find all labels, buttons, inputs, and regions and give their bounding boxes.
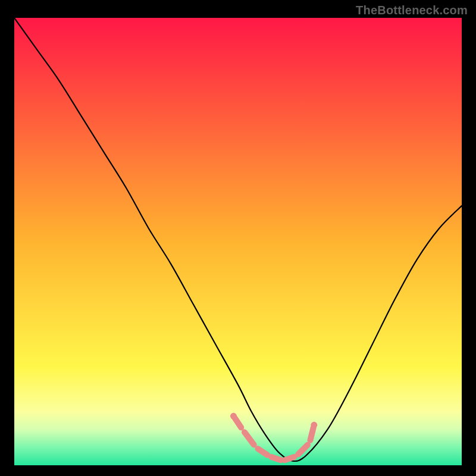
chart-svg bbox=[14, 18, 462, 465]
highlight-segment bbox=[285, 457, 295, 460]
highlight-dot bbox=[230, 413, 237, 419]
chart-container: TheBottleneck.com bbox=[0, 0, 476, 476]
highlight-segment bbox=[271, 457, 281, 460]
gradient-background bbox=[14, 18, 462, 465]
highlight-dot bbox=[311, 422, 317, 428]
plot-area bbox=[14, 18, 462, 465]
highlight-segment bbox=[310, 428, 313, 440]
attribution-watermark: TheBottleneck.com bbox=[356, 4, 468, 17]
